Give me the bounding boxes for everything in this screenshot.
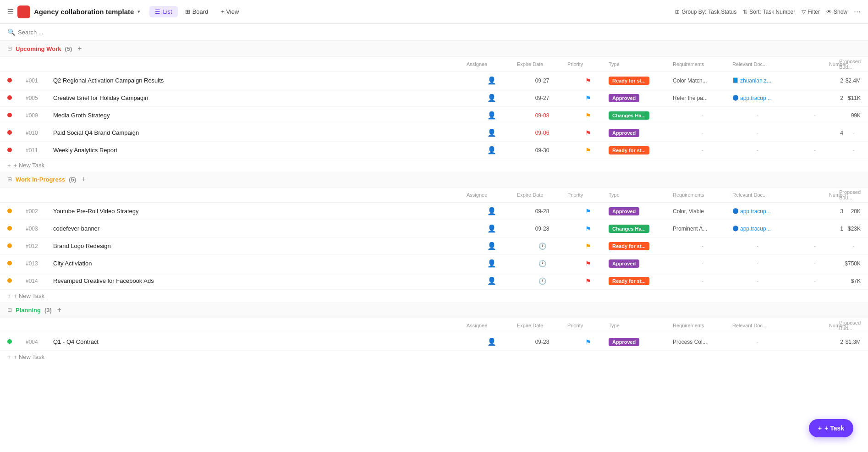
col-priority: Priority: [567, 59, 609, 70]
assignee-cell[interactable]: 👤: [467, 224, 517, 233]
budget-cell: $7K: [847, 278, 861, 284]
rel-doc-cell[interactable]: 📘zhuanlan.z...: [732, 77, 783, 84]
task-name[interactable]: City Activiation: [53, 260, 467, 267]
task-name[interactable]: Q2 Regional Activation Campaign Results: [53, 77, 467, 84]
assignee-cell[interactable]: 👤: [467, 337, 517, 346]
col-budget: Proposed Bud...: [847, 59, 861, 70]
task-name[interactable]: Creative Brief for Holiday Campagin: [53, 94, 467, 101]
section-title: Upcoming Work: [16, 45, 61, 52]
hamburger-icon[interactable]: ☰: [7, 7, 14, 16]
new-task-button-planning[interactable]: + + New Task: [0, 351, 868, 363]
task-name[interactable]: Brand Logo Redesign: [53, 243, 467, 249]
section-collapse-icon[interactable]: ⊟: [7, 176, 12, 182]
group-icon: ⊞: [675, 9, 680, 15]
rel-doc-cell[interactable]: 🔵app.tracup...: [732, 95, 783, 101]
rel-doc-cell[interactable]: 🔵app.tracup...: [732, 208, 783, 215]
number-cell: -: [783, 278, 847, 284]
rel-doc-icon: 🔵: [732, 95, 739, 101]
requirements-cell: -: [673, 112, 732, 119]
board-nav-button[interactable]: ⊞ Board: [180, 6, 214, 17]
filter-control[interactable]: ▽ Filter: [802, 9, 820, 15]
table-row[interactable]: #014 Revamped Creative for Facebook Ads …: [0, 272, 868, 290]
col-assignee: Assignee: [467, 189, 517, 200]
sort-control[interactable]: ⇅ Sort: Task Number: [743, 9, 795, 15]
rel-doc-cell: -: [732, 243, 783, 249]
assignee-cell[interactable]: 👤: [467, 146, 517, 154]
expire-date: 09-28: [517, 226, 567, 232]
budget-cell: -: [847, 147, 861, 154]
section-add-icon[interactable]: +: [57, 306, 61, 314]
section-in-progress: ⊟ Work In-Progress (5) + Assignee Expire…: [0, 171, 868, 302]
sort-icon: ⇅: [743, 9, 747, 15]
priority-cell: ⚑: [567, 260, 609, 267]
table-row[interactable]: #013 City Activiation 👤 🕐 ⚑ Approved - -…: [0, 255, 868, 272]
clock-icon: 🕐: [517, 260, 567, 267]
col-name: [53, 320, 467, 331]
col-priority: Priority: [567, 189, 609, 200]
more-options-icon[interactable]: ···: [854, 7, 861, 17]
section-collapse-icon[interactable]: ⊟: [7, 45, 12, 52]
col-assignee: Assignee: [467, 320, 517, 331]
task-name[interactable]: Media Groth Strategy: [53, 112, 467, 119]
requirements-cell: Refer the pa...: [673, 95, 728, 101]
task-name[interactable]: Weekly Analytics Report: [53, 147, 467, 154]
section-collapse-icon[interactable]: ⊟: [7, 307, 12, 313]
priority-cell: ⚑: [567, 129, 609, 137]
number-cell: 2: [783, 77, 847, 84]
assignee-cell[interactable]: 👤: [467, 207, 517, 215]
task-name[interactable]: Youtube Pre-Roll Video Strategy: [53, 208, 467, 215]
project-title: Agency collaboration template: [34, 8, 134, 16]
assignee-cell[interactable]: 👤: [467, 76, 517, 85]
table-row[interactable]: #009 Media Groth Strategy 👤 09-08 ⚑ Chan…: [0, 107, 868, 124]
type-badge: Changes Ha...: [609, 111, 649, 120]
app-logo: [17, 6, 30, 18]
assignee-cell[interactable]: 👤: [467, 242, 517, 250]
task-status-dot: [7, 112, 26, 119]
expire-date: 09-30: [517, 147, 567, 154]
assignee-cell[interactable]: 👤: [467, 111, 517, 120]
type-badge: Ready for st...: [609, 146, 649, 154]
col-number: Number: [783, 320, 847, 331]
col-headers-planning: Assignee Expire Date Priority Type Requi…: [0, 318, 868, 333]
number-cell: -: [783, 112, 847, 119]
task-name[interactable]: codefever banner: [53, 225, 467, 232]
view-nav-button[interactable]: + View: [215, 6, 244, 17]
table-row[interactable]: #001 Q2 Regional Activation Campaign Res…: [0, 72, 868, 89]
task-status-dot: [7, 277, 26, 284]
col-expire-date: Expire Date: [517, 320, 567, 331]
table-row[interactable]: #004 Q1 - Q4 Contract 👤 09-28 ⚑ Approved…: [0, 333, 868, 351]
section-add-icon[interactable]: +: [77, 44, 82, 53]
show-control[interactable]: 👁 Show: [826, 9, 847, 15]
assignee-cell[interactable]: 👤: [467, 128, 517, 137]
table-row[interactable]: #003 codefever banner 👤 09-28 ⚑ Changes …: [0, 220, 868, 237]
table-row[interactable]: #005 Creative Brief for Holiday Campagin…: [0, 89, 868, 107]
section-add-icon[interactable]: +: [82, 175, 86, 183]
rel-doc-cell[interactable]: 🔵app.tracup...: [732, 226, 783, 232]
task-number: #005: [26, 95, 53, 101]
task-name[interactable]: Paid Social Q4 Brand Campaign: [53, 129, 467, 136]
assignee-cell[interactable]: 👤: [467, 94, 517, 102]
rel-doc-cell: -: [732, 339, 783, 345]
table-row[interactable]: #012 Brand Logo Redesign 👤 🕐 ⚑ Ready for…: [0, 237, 868, 255]
table-row[interactable]: #010 Paid Social Q4 Brand Campaign 👤 09-…: [0, 124, 868, 142]
requirements-cell: Color Match...: [673, 77, 728, 84]
type-badge: Ready for st...: [609, 242, 649, 250]
priority-cell: ⚑: [567, 112, 609, 119]
table-row[interactable]: #002 Youtube Pre-Roll Video Strategy 👤 0…: [0, 203, 868, 220]
new-task-button-in-progress[interactable]: + + New Task: [0, 290, 868, 302]
task-name[interactable]: Revamped Creative for Facebook Ads: [53, 277, 467, 284]
requirements-cell: Prominent A...: [673, 226, 728, 232]
task-name[interactable]: Q1 - Q4 Contract: [53, 338, 467, 345]
priority-flag-icon: ⚑: [585, 277, 591, 285]
dropdown-arrow-icon[interactable]: ▾: [137, 9, 140, 15]
priority-flag-icon: ⚑: [585, 260, 591, 267]
group-by-control[interactable]: ⊞ Group By: Task Status: [675, 9, 736, 15]
task-status-dot: [7, 77, 26, 84]
assignee-cell[interactable]: 👤: [467, 276, 517, 285]
table-row[interactable]: #011 Weekly Analytics Report 👤 09-30 ⚑ R…: [0, 142, 868, 159]
assignee-cell[interactable]: 👤: [467, 259, 517, 268]
requirements-cell: -: [673, 278, 732, 284]
new-task-button-upcoming[interactable]: + + New Task: [0, 159, 868, 171]
list-nav-button[interactable]: ☰ List: [149, 6, 177, 17]
search-input[interactable]: [18, 29, 155, 36]
